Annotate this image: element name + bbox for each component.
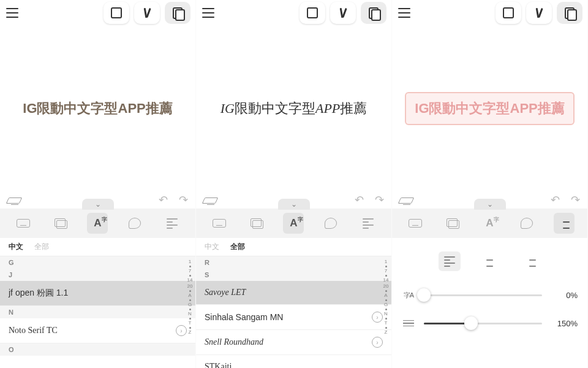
font-item-noto[interactable]: Noto Serif TC› <box>0 318 195 343</box>
tab-chinese[interactable]: 中文 <box>9 242 23 252</box>
copy-button[interactable] <box>557 2 582 24</box>
font-item-jfopen[interactable]: jf open 粉圓 1.1 <box>0 281 195 306</box>
canvas[interactable]: IG限動中文字型APP推薦 <box>392 26 587 191</box>
copy-icon <box>369 7 379 18</box>
menu-icon[interactable] <box>200 4 217 21</box>
color-tool[interactable] <box>124 213 145 234</box>
collapse-tab[interactable]: ⌄ <box>474 199 506 210</box>
layers-tool[interactable] <box>246 213 267 234</box>
keyboard-tool[interactable] <box>13 213 34 234</box>
collapse-tab[interactable]: ⌄ <box>82 199 114 210</box>
redo-icon[interactable]: ↷ <box>179 193 188 207</box>
align-icon <box>559 218 570 229</box>
align-center-icon <box>484 256 496 267</box>
align-tool[interactable] <box>358 213 379 234</box>
pen-button[interactable] <box>526 2 552 24</box>
font-list[interactable]: R S Savoye LET Sinhala Sangam MN› Snell … <box>196 256 391 368</box>
undo-icon[interactable]: ↶ <box>355 193 364 207</box>
lang-tabs: 中文 全部 <box>0 238 195 256</box>
tab-chinese[interactable]: 中文 <box>205 242 219 252</box>
font-item-snell[interactable]: Snell Roundhand› <box>196 330 391 355</box>
menu-icon[interactable] <box>4 4 21 21</box>
mid-toolbar: ↶ ↷ ⌄ <box>0 191 195 209</box>
line-spacing-icon <box>402 316 415 330</box>
canvas[interactable]: IG限動中文字型APP推薦 <box>0 26 195 191</box>
lang-tabs: 中文 全部 <box>196 238 391 256</box>
font-name: Snell Roundhand <box>205 337 263 347</box>
top-toolbar <box>0 0 195 26</box>
font-list[interactable]: G J jf open 粉圓 1.1 N Noto Serif TC› O 17… <box>0 256 195 368</box>
section-head: J <box>0 269 195 281</box>
sample-text[interactable]: IG限動中文字型APP推薦 <box>23 99 172 118</box>
align-icon <box>363 218 374 229</box>
shape-button[interactable] <box>300 2 325 24</box>
char-spacing-slider[interactable] <box>424 294 542 296</box>
alpha-index[interactable]: 171420AGNTZ <box>186 256 194 368</box>
font-tool[interactable]: A字 <box>87 213 108 234</box>
collapse-tab[interactable]: ⌄ <box>278 199 310 210</box>
alpha-index[interactable]: 171420AGNTZ <box>382 256 390 368</box>
align-left-button[interactable] <box>439 251 461 271</box>
slider-thumb[interactable] <box>417 288 431 302</box>
color-tool[interactable] <box>516 213 537 234</box>
align-right-button[interactable] <box>519 251 541 271</box>
keyboard-icon <box>409 219 422 228</box>
align-panel: 0% 150% <box>392 238 587 368</box>
pen-icon <box>337 7 349 18</box>
char-spacing-icon <box>402 288 415 302</box>
copy-button[interactable] <box>165 2 190 24</box>
shape-button[interactable] <box>496 2 521 24</box>
pen-button[interactable] <box>134 2 160 24</box>
font-item-savoye[interactable]: Savoye LET <box>196 281 391 305</box>
keyboard-tool[interactable] <box>405 213 426 234</box>
redo-icon[interactable]: ↷ <box>571 193 580 207</box>
layers-tool[interactable] <box>442 213 463 234</box>
char-spacing-row: 0% <box>402 288 578 302</box>
slider-thumb[interactable] <box>464 316 478 330</box>
menu-icon[interactable] <box>396 4 413 21</box>
eraser-icon[interactable] <box>399 196 413 204</box>
copy-button[interactable] <box>361 2 386 24</box>
layers-icon <box>55 218 67 228</box>
align-tool[interactable] <box>162 213 183 234</box>
font-name: jf open 粉圓 1.1 <box>9 288 68 299</box>
align-left-icon <box>444 256 455 267</box>
line-spacing-slider[interactable] <box>424 323 542 324</box>
pen-button[interactable] <box>330 2 356 24</box>
tab-all[interactable]: 全部 <box>230 242 245 252</box>
align-right-icon <box>525 256 536 267</box>
align-tool[interactable] <box>554 213 575 234</box>
font-name: Savoye LET <box>205 288 246 297</box>
eraser-icon[interactable] <box>203 196 217 204</box>
align-center-button[interactable] <box>479 251 501 271</box>
layers-icon <box>251 218 263 228</box>
redo-icon[interactable]: ↷ <box>375 193 384 207</box>
copy-icon <box>173 7 183 18</box>
sample-text[interactable]: IG限動中文字型APP推薦 <box>221 99 368 118</box>
section-head: N <box>0 306 195 318</box>
color-tool[interactable] <box>320 213 341 234</box>
t: IG <box>221 101 235 116</box>
font-item-sinhala[interactable]: Sinhala Sangam MN› <box>196 305 391 330</box>
layers-icon <box>447 218 459 228</box>
font-item-stkaiti[interactable]: STKaiti <box>196 355 391 368</box>
shape-button[interactable] <box>104 2 129 24</box>
t: 推薦 <box>340 101 367 116</box>
top-toolbar <box>392 0 587 26</box>
undo-icon[interactable]: ↶ <box>159 193 168 207</box>
keyboard-icon <box>213 219 226 228</box>
canvas[interactable]: IG限動中文字型APP推薦 <box>196 26 391 191</box>
mid-toolbar: ↶ ↷ ⌄ <box>196 191 391 209</box>
tab-all[interactable]: 全部 <box>34 242 49 252</box>
font-tool[interactable]: A字 <box>479 213 500 234</box>
font-tool[interactable]: A字 <box>283 213 304 234</box>
layers-tool[interactable] <box>50 213 71 234</box>
keyboard-icon <box>17 219 30 228</box>
eraser-icon[interactable] <box>7 196 21 204</box>
sample-text[interactable]: IG限動中文字型APP推薦 <box>405 92 574 125</box>
line-spacing-row: 150% <box>402 316 578 330</box>
undo-icon[interactable]: ↶ <box>551 193 560 207</box>
font-icon: A字 <box>94 217 101 229</box>
tools-row: A字 <box>0 209 195 238</box>
keyboard-tool[interactable] <box>209 213 230 234</box>
